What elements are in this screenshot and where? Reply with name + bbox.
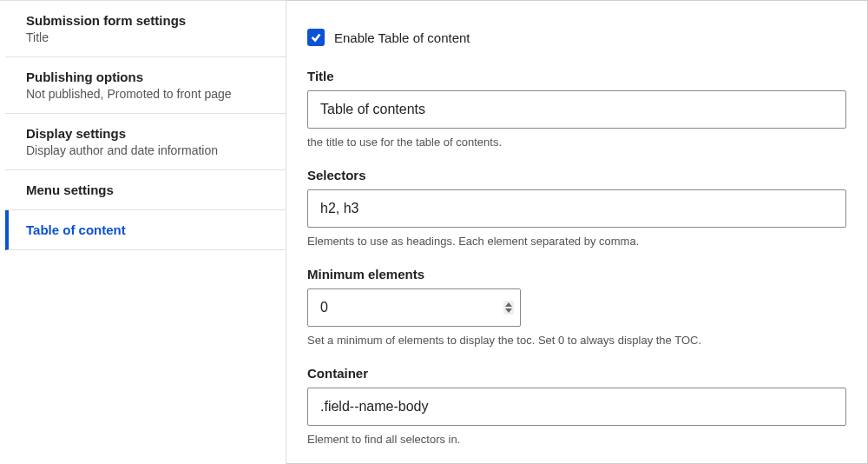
selectors-field: Selectors Elements to use as headings. E…	[307, 168, 846, 248]
title-input[interactable]	[307, 90, 846, 129]
enable-toc-checkbox[interactable]	[307, 29, 325, 46]
tab-subtitle: Not published, Promoted to front page	[26, 87, 270, 101]
minimum-elements-help: Set a minimum of elements to display the…	[307, 334, 846, 347]
title-field: Title the title to use for the table of …	[307, 69, 846, 149]
tab-publishing-options[interactable]: Publishing options Not published, Promot…	[5, 57, 286, 114]
tab-submission-form-settings[interactable]: Submission form settings Title	[5, 1, 286, 57]
tab-table-of-content[interactable]: Table of content	[5, 210, 286, 250]
minimum-elements-input[interactable]	[307, 288, 521, 327]
selectors-help: Elements to use as headings. Each elemen…	[307, 235, 846, 248]
container-label: Container	[307, 366, 846, 381]
selectors-input[interactable]	[307, 189, 846, 228]
tab-display-settings[interactable]: Display settings Display author and date…	[5, 114, 286, 170]
enable-toc-field: Enable Table of content	[307, 29, 846, 46]
minimum-elements-label: Minimum elements	[307, 267, 846, 282]
tab-title: Display settings	[26, 126, 270, 141]
title-help: the title to use for the table of conten…	[307, 136, 846, 149]
title-label: Title	[307, 69, 846, 83]
container-field: Container Element to find all selectors …	[307, 366, 846, 446]
tab-title: Menu settings	[26, 182, 270, 197]
spinner-down-icon[interactable]	[505, 308, 512, 313]
tab-title: Table of content	[26, 222, 270, 237]
container-help: Element to find all selectors in.	[307, 433, 846, 446]
tab-subtitle: Display author and date information	[26, 143, 270, 157]
settings-panel: Enable Table of content Title the title …	[286, 0, 868, 464]
settings-tabs-sidebar: Submission form settings Title Publishin…	[0, 0, 286, 464]
minimum-elements-field: Minimum elements Set a minimum of elemen…	[307, 267, 846, 347]
check-icon	[310, 31, 322, 43]
number-spinner	[503, 301, 514, 315]
enable-toc-label: Enable Table of content	[334, 30, 470, 45]
spinner-up-icon[interactable]	[505, 302, 512, 307]
tab-menu-settings[interactable]: Menu settings	[5, 170, 286, 210]
tab-title: Submission form settings	[26, 13, 270, 28]
tab-subtitle: Title	[26, 30, 270, 44]
container-input[interactable]	[307, 388, 846, 426]
selectors-label: Selectors	[307, 168, 846, 182]
tab-title: Publishing options	[26, 70, 270, 84]
